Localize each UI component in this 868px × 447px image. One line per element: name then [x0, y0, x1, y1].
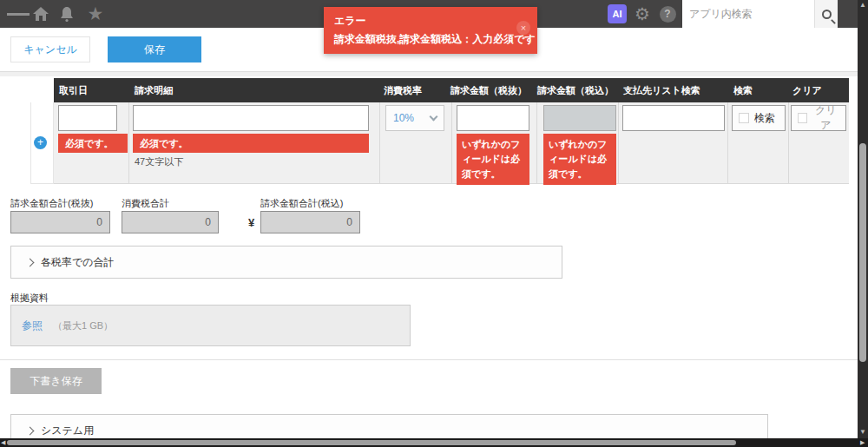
- yen-symbol: ¥: [248, 216, 254, 229]
- payee-clear-button-label: クリア: [812, 103, 839, 133]
- browse-link[interactable]: 参照: [22, 319, 43, 333]
- invoice-detail-input[interactable]: [133, 105, 369, 131]
- star-icon[interactable]: ★: [85, 0, 106, 28]
- col-header-payee-search: 支払先リスト検索: [623, 78, 700, 102]
- close-icon[interactable]: ×: [516, 21, 530, 35]
- chevron-right-icon: [26, 258, 35, 266]
- section-divider: [0, 359, 868, 360]
- amount-incl-required-error: いずれかのフィールドは必須です。: [543, 134, 616, 185]
- column-divider: [788, 102, 789, 184]
- column-divider: [618, 102, 619, 184]
- horizontal-scrollbar-thumb[interactable]: [7, 440, 736, 445]
- column-divider: [128, 102, 129, 184]
- tax-totals-group-label: 各税率での合計: [41, 255, 115, 270]
- column-divider: [536, 102, 537, 184]
- gear-icon[interactable]: ⚙: [632, 0, 653, 28]
- vertical-scrollbar[interactable]: ▲ ▼: [858, 0, 868, 438]
- scroll-up-arrow-icon[interactable]: ▲: [859, 2, 866, 9]
- error-toast: エラー 請求金額税抜,請求金額税込：入力必須です ×: [324, 7, 537, 54]
- payee-search-button[interactable]: 検索: [732, 105, 786, 131]
- system-group-label: システム用: [41, 424, 94, 438]
- checkbox-icon: [798, 113, 807, 123]
- tax-total-input: [122, 211, 219, 233]
- col-header-amount-excl: 請求金額（税抜）: [450, 78, 527, 102]
- scroll-down-arrow-icon[interactable]: ▼: [859, 429, 866, 436]
- save-button[interactable]: 保存: [108, 36, 201, 62]
- tax-rate-value: 10%: [393, 112, 414, 124]
- col-header-detail: 請求明細: [135, 78, 173, 102]
- total-incl-label: 請求金額合計(税込): [260, 197, 343, 210]
- ai-badge[interactable]: AI: [608, 4, 627, 23]
- hamburger-menu-icon[interactable]: [7, 0, 30, 28]
- col-header-amount-incl: 請求金額（税込）: [537, 78, 614, 102]
- tax-rate-select[interactable]: 10%: [385, 105, 444, 131]
- date-required-error: 必須です。: [58, 134, 128, 153]
- col-header-search: 検索: [733, 78, 753, 102]
- total-excl-input: [10, 211, 110, 233]
- checkbox-icon: [739, 113, 749, 123]
- save-draft-button[interactable]: 下書き保存: [10, 368, 102, 394]
- chevron-right-icon: [26, 426, 35, 435]
- add-row-button[interactable]: +: [34, 136, 47, 149]
- date-input[interactable]: [58, 105, 117, 131]
- column-divider: [379, 102, 380, 184]
- amount-incl-tax-input: [543, 105, 616, 131]
- error-toast-message: 請求金額税抜,請求金額税込：入力必須です: [334, 32, 527, 47]
- payee-search-button-label: 検索: [754, 111, 775, 126]
- column-divider: [451, 102, 452, 184]
- scroll-left-arrow-icon[interactable]: ◀: [1, 439, 5, 446]
- file-drop-area[interactable]: 参照 （最大1 GB）: [10, 305, 411, 346]
- scroll-right-arrow-icon[interactable]: ▶: [860, 439, 865, 446]
- search-button[interactable]: [814, 0, 838, 28]
- chevron-down-icon: [430, 113, 438, 122]
- error-toast-title: エラー: [334, 14, 527, 29]
- help-icon[interactable]: ?: [657, 0, 678, 28]
- bell-icon[interactable]: [57, 0, 76, 28]
- table-header-row: 取引日 請求明細 消費税率 請求金額（税抜） 請求金額（税込） 支払先リスト検索…: [54, 78, 849, 102]
- toolbar-divider: [0, 71, 868, 76]
- payee-list-search-input[interactable]: [622, 105, 725, 131]
- payee-clear-button[interactable]: クリア: [791, 105, 846, 131]
- vertical-scrollbar-thumb[interactable]: [859, 143, 866, 362]
- amount-excl-required-error: いずれかのフィールドは必須です。: [457, 134, 529, 185]
- file-size-hint: （最大1 GB）: [53, 319, 113, 332]
- app-search-input[interactable]: [682, 0, 814, 28]
- cancel-button[interactable]: キャンセル: [10, 36, 90, 62]
- detail-char-limit-hint: 47文字以下: [135, 155, 183, 168]
- col-header-date: 取引日: [59, 78, 88, 102]
- tax-totals-group[interactable]: 各税率での合計: [10, 246, 562, 279]
- column-divider: [727, 102, 728, 184]
- col-header-tax-rate: 消費税率: [384, 78, 422, 102]
- amount-excl-tax-input[interactable]: [457, 105, 529, 131]
- total-excl-label: 請求金額合計(税抜): [10, 197, 93, 210]
- tax-total-label: 消費税合計: [122, 197, 169, 210]
- detail-required-error: 必須です。: [133, 134, 369, 153]
- search-icon: [822, 10, 832, 19]
- horizontal-scrollbar[interactable]: ◀ ▶: [0, 438, 868, 447]
- home-icon[interactable]: [31, 0, 50, 28]
- col-header-clear: クリア: [792, 78, 822, 102]
- attachment-label: 根拠資料: [10, 292, 49, 305]
- total-incl-input: [260, 211, 360, 233]
